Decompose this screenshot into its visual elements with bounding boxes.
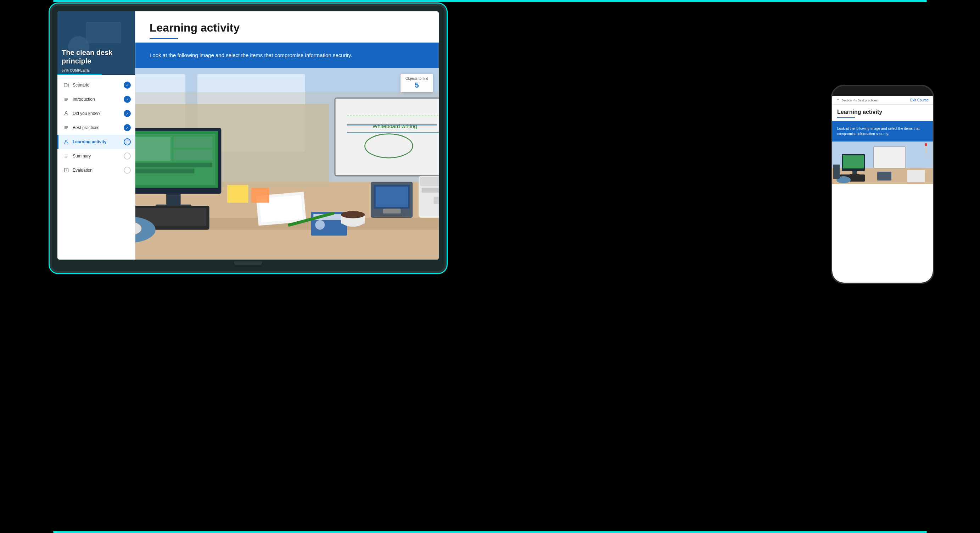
svg-rect-74 — [874, 147, 905, 168]
phone-device: ⌃ Section 4 - Best practices Exit Course… — [831, 85, 934, 284]
sidebar-item-evaluation-label: Evaluation — [73, 168, 124, 173]
svg-rect-49 — [378, 215, 405, 216]
list-icon — [63, 96, 70, 103]
introduction-check: ✓ — [124, 96, 131, 103]
svg-point-63 — [341, 211, 365, 218]
svg-rect-47 — [376, 187, 408, 207]
svg-text:?: ? — [65, 169, 67, 172]
content-underline — [150, 38, 178, 39]
svg-rect-51 — [420, 177, 439, 186]
svg-point-58 — [315, 220, 325, 230]
phone-screen: ⌃ Section 4 - Best practices Exit Course… — [832, 96, 933, 282]
teal-accent-top — [53, 0, 927, 2]
sidebar-item-learning-activity-label: Learning activity — [73, 139, 124, 144]
summary-check — [124, 153, 131, 160]
content-header: Learning activity — [135, 11, 439, 43]
course-title: The clean desk principle — [62, 48, 131, 65]
sidebar-item-did-you-know[interactable]: Did you know? ✓ — [57, 106, 135, 121]
phone-content-header: Learning activity — [832, 105, 933, 121]
sidebar-item-scenario[interactable]: Scenario ✓ — [57, 78, 135, 92]
desk-scene-svg: Whiteboard writing — [135, 68, 439, 260]
svg-rect-53 — [433, 197, 439, 204]
phone-banner: Look at the following image and select t… — [832, 121, 933, 142]
activity-icon — [63, 138, 70, 145]
objects-to-find-indicator: Objects to find 5 — [401, 74, 433, 92]
svg-rect-52 — [422, 188, 439, 193]
sidebar-item-evaluation[interactable]: ? Evaluation — [57, 163, 135, 177]
banner-text: Look at the following image and select t… — [150, 52, 352, 58]
svg-rect-59 — [227, 185, 248, 203]
objects-to-find-label: Objects to find — [406, 77, 428, 80]
phone-title: Learning activity — [837, 109, 928, 115]
scenario-check: ✓ — [124, 81, 131, 89]
svg-rect-70 — [853, 171, 857, 174]
svg-rect-79 — [925, 143, 927, 146]
content-title: Learning activity — [150, 21, 425, 34]
laptop-device: The clean desk principle 57% COMPLETE — [49, 3, 447, 273]
sidebar-item-did-you-know-label: Did you know? — [73, 111, 124, 116]
phone-content: Learning activity Look at the following … — [832, 105, 933, 282]
best-practices-check: ✓ — [124, 124, 131, 131]
question-icon: ? — [63, 167, 70, 174]
did-you-know-check: ✓ — [124, 110, 131, 117]
phone-notch — [869, 88, 897, 94]
sidebar: The clean desk principle 57% COMPLETE — [57, 11, 135, 260]
list-icon-2 — [63, 124, 70, 131]
svg-rect-75 — [907, 170, 925, 182]
svg-rect-76 — [877, 172, 891, 180]
phone-banner-text: Look at the following image and select t… — [837, 127, 920, 136]
sidebar-item-introduction-label: Introduction — [73, 97, 124, 102]
sidebar-item-best-practices-label: Best practices — [73, 125, 124, 130]
svg-point-4 — [65, 112, 67, 113]
video-icon — [63, 81, 70, 89]
sidebar-nav: Scenario ✓ Introduction — [57, 75, 135, 260]
svg-rect-48 — [383, 209, 401, 214]
svg-rect-33 — [173, 150, 212, 160]
svg-rect-31 — [135, 137, 170, 161]
svg-rect-0 — [64, 83, 67, 87]
phone-image-preview[interactable] — [832, 142, 933, 184]
laptop-screen: The clean desk principle 57% COMPLETE — [57, 11, 439, 260]
progress-bar-bg — [57, 74, 135, 75]
svg-rect-60 — [251, 188, 269, 203]
screen-content: The clean desk principle 57% COMPLETE — [57, 11, 439, 260]
phone-title-underline — [837, 117, 855, 118]
exit-course-button[interactable]: Exit Course — [910, 98, 929, 102]
teal-accent-bottom — [53, 531, 927, 533]
laptop-base — [57, 260, 439, 266]
sidebar-item-summary[interactable]: Summary — [57, 149, 135, 163]
phone-section-label: Section 4 - Best practices — [842, 99, 878, 102]
sidebar-item-scenario-label: Scenario — [73, 83, 124, 88]
laptop-notch — [234, 261, 262, 265]
sidebar-item-introduction[interactable]: Introduction ✓ — [57, 92, 135, 106]
content-banner: Look at the following image and select t… — [135, 43, 439, 68]
objects-count: 5 — [406, 81, 428, 89]
evaluation-check — [124, 167, 131, 174]
sidebar-item-best-practices[interactable]: Best practices ✓ — [57, 121, 135, 135]
svg-rect-35 — [135, 169, 194, 174]
desk-scene-container[interactable]: Whiteboard writing — [135, 68, 439, 260]
svg-rect-77 — [833, 164, 840, 179]
svg-text:Whiteboard writing: Whiteboard writing — [372, 123, 417, 129]
svg-rect-69 — [843, 155, 864, 168]
phone-notch-bar — [832, 86, 933, 96]
sidebar-hero: The clean desk principle 57% COMPLETE — [57, 11, 135, 75]
phone-top-bar: ⌃ Section 4 - Best practices Exit Course — [832, 96, 933, 105]
sidebar-hero-image — [57, 11, 135, 75]
main-content: Learning activity Look at the following … — [135, 11, 439, 260]
svg-rect-36 — [166, 194, 181, 206]
progress-bar-fill — [57, 74, 102, 75]
sidebar-item-summary-label: Summary — [73, 153, 124, 158]
person-icon — [63, 110, 70, 117]
svg-rect-32 — [173, 137, 212, 147]
sidebar-item-learning-activity[interactable]: Learning activity — [57, 135, 135, 149]
learning-activity-check — [124, 138, 131, 145]
svg-rect-22 — [335, 98, 439, 176]
svg-rect-34 — [135, 163, 212, 168]
progress-label: 57% COMPLETE — [62, 69, 89, 72]
list-icon-3 — [63, 153, 70, 160]
chevron-up-icon: ⌃ — [837, 98, 839, 102]
